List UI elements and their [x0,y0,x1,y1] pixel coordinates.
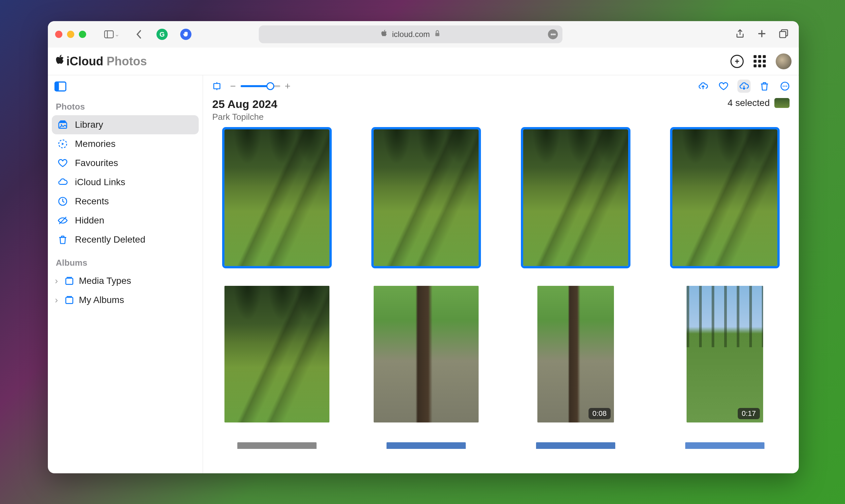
video-thumbnail[interactable]: 0:08 [537,286,614,422]
photo-thumbnail[interactable] [523,129,628,266]
memories-icon [57,138,68,149]
sidebar-toggle-button[interactable]: ⌄ [104,30,120,38]
zoom-control: − + [230,80,290,92]
favourite-button[interactable] [717,79,730,93]
apple-icon [381,29,388,39]
page-settings-button[interactable]: ••• [548,29,558,39]
app-header: iCloud Photos + [48,48,799,75]
sidebar-item-memories[interactable]: Memories [52,134,199,154]
photo-thumbnail[interactable] [224,129,329,266]
video-duration: 0:17 [738,408,760,419]
download-button[interactable] [737,79,751,93]
app-title: iCloud Photos [55,54,147,68]
video-thumbnail[interactable]: 0:17 [687,286,763,422]
heart-icon [718,81,729,91]
photo-thumbnail[interactable] [374,286,479,422]
sidebar-item-label: Hidden [75,215,104,226]
svg-point-15 [783,86,784,87]
grammarly-extension-icon[interactable]: G [157,29,168,40]
filter-button[interactable] [210,79,223,93]
window-controls [55,31,86,38]
heart-icon [57,158,68,169]
section-albums-label: Albums [52,255,199,271]
close-window-button[interactable] [55,31,62,38]
fullscreen-window-button[interactable] [79,31,86,38]
sidebar: Photos Library Memories Favourites iClou… [48,75,203,473]
sidebar-item-label: My Albums [79,295,124,305]
zoom-in-button[interactable]: + [285,80,291,92]
cloud-link-icon [57,177,68,188]
lock-icon [434,30,440,39]
upload-cloud-button[interactable] [697,79,710,93]
sidebar-item-hidden[interactable]: Hidden [52,211,199,230]
sidebar-item-label: iCloud Links [75,177,125,187]
svg-rect-3 [780,31,786,38]
date-title: 25 Aug 2024 [212,98,277,111]
account-avatar[interactable] [776,53,792,69]
minimize-window-button[interactable] [67,31,74,38]
photo-thumbnail[interactable] [237,442,317,449]
new-tab-button[interactable] [757,29,767,40]
url-text: icloud.com [392,30,430,39]
more-button[interactable] [778,79,792,93]
titlebar: ⌄ G icloud.com ••• [48,21,799,48]
cloud-download-icon [739,81,749,91]
photo-thumbnail[interactable] [224,286,329,422]
panel-left-icon [54,81,66,92]
sidebar-icon [104,30,114,38]
address-bar[interactable]: icloud.com ••• [259,25,562,43]
photo-thumbnail[interactable] [672,129,777,266]
cloud-upload-icon [698,81,708,91]
plus-icon: + [735,57,739,66]
titlebar-right [735,29,792,40]
sidebar-collapse-button[interactable] [54,81,66,93]
tabs-icon [778,29,789,39]
sidebar-item-library[interactable]: Library [52,115,199,134]
sidebar-item-recents[interactable]: Recents [52,192,199,211]
svg-rect-5 [55,82,59,91]
adblock-extension-icon[interactable] [180,29,192,40]
chevron-right-icon: › [53,275,60,286]
share-button[interactable] [735,29,745,40]
photo-thumbnail[interactable] [536,442,615,449]
tab-overview-button[interactable] [778,29,789,40]
sidebar-item-label: Library [75,120,103,130]
svg-rect-11 [66,278,73,285]
eye-off-icon [57,215,68,226]
sidebar-item-media-types[interactable]: › Media Types [52,271,199,290]
selection-summary: 4 selected [727,98,790,108]
chevron-down-icon: ⌄ [114,31,120,38]
delete-button[interactable] [758,79,771,93]
svg-rect-2 [435,33,439,36]
app-launcher-button[interactable] [754,55,766,67]
photo-thumbnail[interactable] [374,129,479,266]
apple-logo-icon [55,54,65,68]
zoom-slider[interactable] [240,85,280,87]
photo-thumbnail[interactable] [685,442,765,449]
ellipsis-circle-icon [780,81,790,91]
section-photos-label: Photos [52,99,199,115]
photo-thumbnail[interactable] [386,442,466,449]
zoom-out-button[interactable]: − [230,80,236,92]
svg-rect-12 [66,298,73,304]
svg-point-17 [786,86,787,87]
sidebar-item-label: Recents [75,196,109,206]
share-icon [735,29,745,39]
sidebar-item-label: Media Types [79,275,131,286]
photo-grid: 0:08 0:17 [203,127,799,451]
sidebar-item-favourites[interactable]: Favourites [52,154,199,173]
brand-text: iCloud [66,54,103,68]
section-text: Photos [107,54,147,68]
clock-icon [57,196,68,207]
back-button[interactable] [133,29,144,40]
browser-window: ⌄ G icloud.com ••• iCloud P [48,21,799,473]
filter-icon [212,81,222,91]
slider-knob[interactable] [266,82,274,90]
sidebar-item-my-albums[interactable]: › My Albums [52,290,199,310]
trash-icon [759,81,770,91]
upload-button[interactable]: + [731,55,744,68]
sidebar-item-icloud-links[interactable]: iCloud Links [52,173,199,192]
selected-count-text: 4 selected [727,98,770,108]
sidebar-item-recently-deleted[interactable]: Recently Deleted [52,230,199,249]
chevron-left-icon [135,30,142,39]
